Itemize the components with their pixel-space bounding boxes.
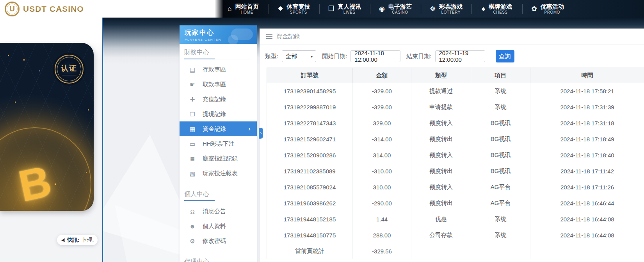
brand-name: USDT CASINO [23,4,84,14]
menu-toggle-icon[interactable] [266,34,272,39]
cell-order-no: 1731919603986262 [267,195,353,211]
lottery-ticket-icon: ▭ [189,141,196,147]
start-date-input[interactable]: 2024-11-18 12:00:00 [350,50,400,62]
sidebar-item[interactable]: ▦ 資金記錄 [180,121,257,136]
sidebar-subtitle: PLAYERS CENTER [185,38,257,41]
column-header: 金額 [353,68,411,83]
column-header: 類型 [411,68,471,83]
brand-logo-icon: U [5,2,20,16]
table-row: 1731921085579024 310.00 额度转入 AG平台 2024-1… [267,179,644,195]
cell-amount: -290.00 [353,195,411,211]
withdraw-hand-icon: ☛ [189,82,196,87]
sidebar-item[interactable]: ❒ 提現記錄 [180,107,257,121]
table-row: 1731919448152185 1.44 优惠 系统 2024-11-18 1… [267,211,644,227]
sidebar-item[interactable]: ▤ 存款專區 [180,62,257,77]
cell-order-no: 1731921085579024 [267,179,353,195]
sidebar-item[interactable]: ▧ 玩家投注報表 [180,166,257,181]
cell-amount: -314.00 [353,131,411,147]
cell-item: BG视讯 [471,163,530,179]
nav-item[interactable]: ✿ 优惠活动 PROMO [522,0,573,18]
type-select[interactable]: 全部 ▾ [282,50,316,62]
nav-label-zh: 棋牌游戏 [489,3,512,10]
table-row: 1731919448150775 288.00 公司存款 系统 2024-11-… [267,227,644,243]
funds-record-table: 訂單號金額類型項目時間 1731923901458295 -329.00 提款通… [267,68,644,259]
table-row: 1731922299887019 -329.00 申请提款 系统 2024-11… [267,99,644,115]
end-date-label: 結束日期: [406,53,431,60]
gear-icon: ⚙ [189,238,196,244]
badge-divider [62,75,76,75]
nav-label-en: PROMO [544,10,560,15]
cell-type: 额度转出 [411,195,471,211]
table-row: 1731921102385089 -310.00 额度转出 BG视讯 2024-… [267,163,644,179]
nav-item[interactable]: ♠ 棋牌游戏 CHESS [471,0,522,18]
cell-order-no: 1731919448152185 [267,211,353,227]
column-header: 時間 [530,68,644,83]
sidebar-item[interactable]: ▭ HH彩票下注 [180,136,257,151]
table-row: 1731919603986262 -290.00 额度转出 AG平台 2024-… [267,195,644,211]
nav-item[interactable]: ⌂ 网站首页 HOME [218,0,269,18]
sidebar-item-label: 充值記錄 [203,96,226,103]
recharge-bag-icon: ✚ [189,96,196,102]
cell-amount: 288.00 [353,227,411,243]
bell-icon: Ω [189,209,196,214]
nav-item[interactable]: ✸ 体育竞技 SPORTS [269,0,319,18]
playing-cards-icon: ❐ [328,5,334,12]
sidebar-item-label: 存款專區 [203,66,226,73]
table-header-row: 訂單號金額類型項目時間 [267,68,644,83]
cell-type: 额度转出 [411,163,471,179]
cell-item: 系统 [471,211,530,227]
cell-time: 2024-11-18 17:31:18 [530,115,644,131]
cell-time: 2024-11-18 17:31:39 [530,99,644,115]
section-heading-finance: 財務中心 [184,48,252,59]
sidebar-item-label: 修改密碼 [203,237,226,245]
brand-logo[interactable]: U USDT CASINO [5,1,84,17]
sidebar-item[interactable]: ☛ 取款專區 [180,77,257,92]
search-button[interactable]: 查詢 [496,50,514,62]
content-panel: 資金記錄 類型: 全部 ▾ 開始日期: 2024-11-18 12:00:00 … [260,29,644,262]
type-filter-label: 類型: [265,53,278,60]
sidebar-item-label: 提現記錄 [203,111,226,118]
cell-time: 2024-11-18 17:18:49 [530,131,644,147]
nav-item[interactable]: ❐ 真人视讯 LIVES [319,0,370,18]
cell-item: AG平台 [471,195,530,211]
wallet-icon: ❒ [189,111,196,117]
nav-label-en: CASINO [392,10,408,15]
start-date-label: 開始日期: [322,53,347,60]
sidebar-item[interactable]: Ω 消息公告 [180,204,257,219]
nav-label-zh: 彩票游戏 [439,3,463,10]
summary-row: 當前頁統計 -329.56 [267,243,644,259]
section-heading-personal: 個人中心 [184,190,252,201]
sidebar-collapse-handle[interactable]: › [259,128,263,139]
cell-item: BG视讯 [471,147,530,163]
sidebar-item[interactable]: ≣ 廳室投註記錄 [180,151,257,166]
nav-label-zh: 网站首页 [235,3,259,10]
sidebar-item[interactable]: ☻ 個人資料 [180,219,257,233]
cell-amount: 314.00 [353,147,411,163]
cell-amount: 329.00 [353,115,411,131]
type-select-value: 全部 [285,53,297,60]
cell-time: 2024-11-18 16:44:08 [530,211,644,227]
cell-item: BG视讯 [471,131,530,147]
nav-label-en: CHESS [493,10,508,15]
cell-type: 额度转入 [411,115,471,131]
sidebar-item[interactable]: ✚ 充值記錄 [180,92,257,107]
end-date-input[interactable]: 2024-11-19 12:00:00 [435,50,485,62]
table-row: 1731921529602471 -314.00 额度转出 BG视讯 2024-… [267,131,644,147]
players-center-sidebar: 玩家中心 PLAYERS CENTER 財務中心 ▤ 存款專區 ☛ 取款專區 ✚… [180,25,257,262]
cell-type: 公司存款 [411,227,471,243]
nav-label-zh: 体育竞技 [287,3,310,10]
cell-order-no: 1731923901458295 [267,83,353,99]
cell-time: 2024-11-18 17:11:26 [530,179,644,195]
cell-amount: -310.00 [353,163,411,179]
sidebar-item-label: 玩家投注報表 [203,170,238,177]
cell-type: 申请提款 [411,99,471,115]
nav-item[interactable]: ☸ 彩票游戏 LOTTERY [421,0,471,18]
cell-amount: 1.44 [353,211,411,227]
spade-icon: ♠ [482,5,485,12]
cell-item: 系统 [471,227,530,243]
nav-item[interactable]: ◉ 电子游艺 CASINO [370,0,421,18]
sidebar-title: 玩家中心 [185,28,257,37]
sidebar-item[interactable]: ⚙ 修改密碼 [180,233,257,248]
cell-time: 2024-11-18 17:18:40 [530,147,644,163]
cell-item: AG平台 [471,179,530,195]
